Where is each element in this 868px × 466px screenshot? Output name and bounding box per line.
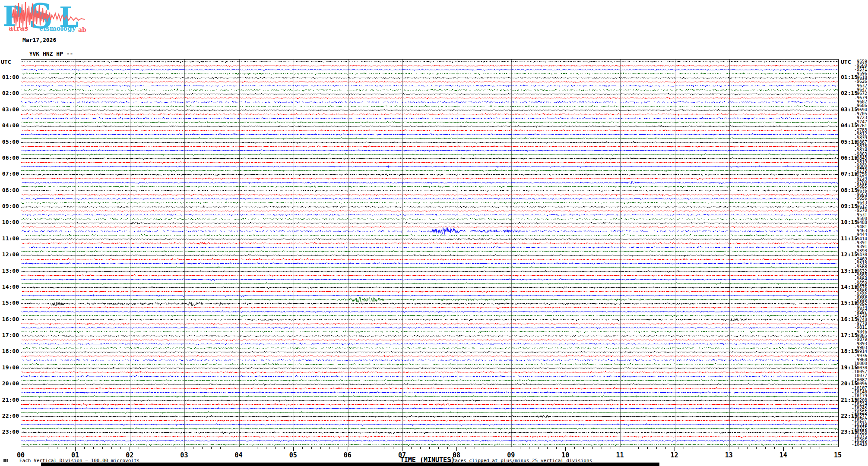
x-minor-tick bbox=[447, 447, 448, 449]
x-minor-tick bbox=[774, 447, 775, 449]
x-major-tick bbox=[620, 447, 620, 451]
x-tick-label: 06 bbox=[340, 451, 355, 459]
seismogram-traces-canvas bbox=[21, 60, 838, 447]
x-minor-tick bbox=[84, 447, 85, 449]
left-hour-label: 09:00 bbox=[0, 203, 19, 209]
left-hour-label: 20:00 bbox=[0, 380, 19, 387]
x-major-tick bbox=[75, 447, 76, 451]
x-minor-tick bbox=[556, 447, 557, 449]
x-minor-tick bbox=[583, 447, 584, 449]
x-minor-tick bbox=[284, 447, 285, 449]
x-major-tick bbox=[511, 447, 511, 451]
left-hour-label: 07:00 bbox=[0, 170, 19, 177]
x-minor-tick bbox=[693, 447, 693, 449]
x-minor-tick bbox=[211, 447, 212, 449]
left-hour-label: 21:00 bbox=[0, 397, 19, 403]
left-hour-label: 12:00 bbox=[0, 251, 19, 258]
logo-word-atras: atras bbox=[9, 24, 29, 32]
x-major-tick bbox=[838, 447, 838, 451]
left-hour-label: 13:00 bbox=[0, 268, 19, 274]
x-minor-tick bbox=[656, 447, 657, 449]
x-minor-tick bbox=[411, 447, 412, 449]
left-hour-label: 22:00 bbox=[0, 412, 19, 419]
x-minor-tick bbox=[765, 447, 766, 449]
header-channel: YVK HNZ HP -- bbox=[29, 50, 73, 57]
header-date: Mar17,2026 bbox=[22, 37, 56, 43]
x-minor-tick bbox=[629, 447, 629, 449]
left-hour-label: 23:00 bbox=[0, 428, 19, 435]
left-hour-label: 17:00 bbox=[0, 332, 19, 338]
x-minor-tick bbox=[148, 447, 148, 449]
x-minor-tick bbox=[592, 447, 593, 449]
x-minor-tick bbox=[475, 447, 475, 449]
x-minor-tick bbox=[529, 447, 529, 449]
x-major-tick bbox=[130, 447, 130, 451]
left-hour-label: 01:00 bbox=[0, 74, 19, 80]
x-tick-label: 11 bbox=[612, 451, 627, 459]
psl-seismology-lab-logo: P S L atras eismology ab bbox=[3, 1, 87, 33]
x-major-tick bbox=[402, 447, 402, 451]
x-minor-tick bbox=[302, 447, 303, 449]
left-hour-label: 08:00 bbox=[0, 187, 19, 193]
x-minor-tick bbox=[466, 447, 466, 449]
x-major-tick bbox=[675, 447, 675, 451]
x-minor-tick bbox=[756, 447, 757, 449]
x-minor-tick bbox=[30, 447, 30, 449]
left-hour-label: 06:00 bbox=[0, 154, 19, 161]
x-minor-tick bbox=[202, 447, 203, 449]
x-minor-tick bbox=[829, 447, 829, 449]
left-hour-label: 16:00 bbox=[0, 316, 19, 322]
x-minor-tick bbox=[711, 447, 711, 449]
x-minor-tick bbox=[48, 447, 48, 449]
x-minor-tick bbox=[275, 447, 276, 449]
x-minor-tick bbox=[792, 447, 793, 449]
trace-offset-value: -10410 bbox=[841, 442, 867, 447]
x-minor-tick bbox=[320, 447, 321, 449]
x-major-tick bbox=[21, 447, 21, 451]
x-minor-tick bbox=[438, 447, 439, 449]
left-hour-label: 18:00 bbox=[0, 348, 19, 354]
x-minor-tick bbox=[502, 447, 502, 449]
x-minor-tick bbox=[647, 447, 648, 449]
x-minor-tick bbox=[66, 447, 67, 449]
x-tick-label: 12 bbox=[667, 451, 682, 459]
left-hour-label: 03:00 bbox=[0, 106, 19, 113]
x-minor-tick bbox=[520, 447, 520, 449]
x-minor-tick bbox=[193, 447, 193, 449]
x-minor-tick bbox=[538, 447, 539, 449]
x-minor-tick bbox=[665, 447, 666, 449]
left-hour-label: 02:00 bbox=[0, 90, 19, 96]
left-hour-label: 10:00 bbox=[0, 219, 19, 225]
x-minor-tick bbox=[811, 447, 811, 449]
x-minor-tick bbox=[257, 447, 257, 449]
x-minor-tick bbox=[248, 447, 248, 449]
x-minor-tick bbox=[311, 447, 312, 449]
x-tick-label: 14 bbox=[776, 451, 791, 459]
x-minor-tick bbox=[820, 447, 820, 449]
x-major-tick bbox=[239, 447, 239, 451]
x-major-tick bbox=[293, 447, 294, 451]
x-minor-tick bbox=[720, 447, 720, 449]
x-major-tick bbox=[184, 447, 184, 451]
x-minor-tick bbox=[684, 447, 684, 449]
left-hour-label: 05:00 bbox=[0, 139, 19, 145]
x-minor-tick bbox=[366, 447, 366, 449]
x-minor-tick bbox=[375, 447, 375, 449]
left-hour-label: 04:00 bbox=[0, 122, 19, 129]
x-major-tick bbox=[565, 447, 566, 451]
x-minor-tick bbox=[220, 447, 221, 449]
x-minor-tick bbox=[747, 447, 748, 449]
x-minor-tick bbox=[357, 447, 357, 449]
left-hour-label: 14:00 bbox=[0, 283, 19, 290]
x-minor-tick bbox=[638, 447, 639, 449]
x-major-tick bbox=[729, 447, 729, 451]
logo-word-eismology: eismology bbox=[39, 25, 76, 32]
x-minor-tick bbox=[111, 447, 112, 449]
x-minor-tick bbox=[93, 447, 94, 449]
x-minor-tick bbox=[339, 447, 339, 449]
x-tick-label: 05 bbox=[286, 451, 301, 459]
x-minor-tick bbox=[493, 447, 493, 449]
x-major-tick bbox=[783, 447, 784, 451]
x-tick-label: 04 bbox=[231, 451, 246, 459]
x-minor-tick bbox=[547, 447, 548, 449]
